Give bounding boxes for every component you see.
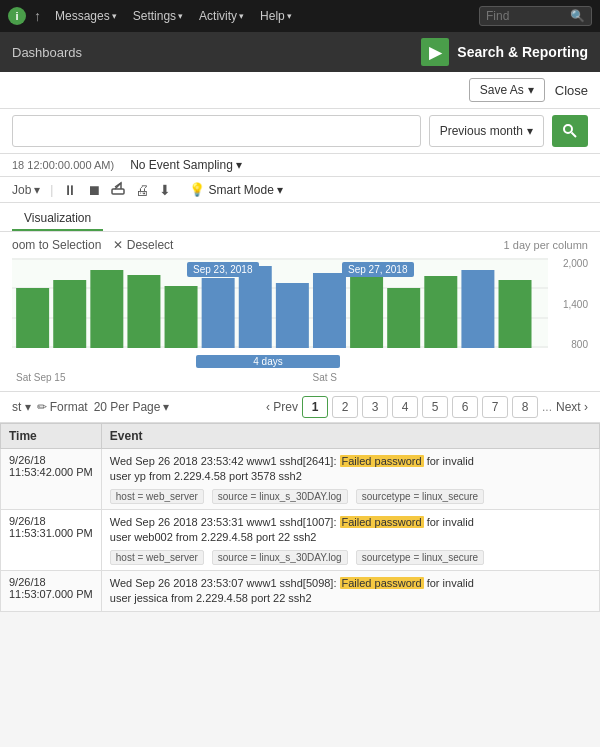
event-cell: Wed Sep 26 2018 23:53:31 www1 sshd[1007]… bbox=[101, 509, 599, 570]
y-label-bot: 800 bbox=[571, 339, 588, 350]
time-range-button[interactable]: Previous month ▾ bbox=[429, 115, 544, 147]
search-bar-row: Previous month ▾ bbox=[0, 109, 600, 154]
y-axis: 2,000 1,400 800 bbox=[552, 258, 588, 350]
settings-menu[interactable]: Settings ▾ bbox=[127, 5, 189, 27]
format-button[interactable]: ✏ Format bbox=[37, 400, 88, 414]
svg-rect-12 bbox=[127, 275, 160, 348]
prev-button[interactable]: ‹ Prev bbox=[266, 400, 298, 414]
app-header: ▶ Search & Reporting bbox=[421, 38, 588, 66]
search-go-button[interactable] bbox=[552, 115, 588, 147]
page-1-button[interactable]: 1 bbox=[302, 396, 328, 418]
search-input[interactable] bbox=[12, 115, 421, 147]
smart-mode-caret-icon: ▾ bbox=[277, 183, 283, 197]
page-dots: ... bbox=[542, 400, 552, 414]
meta-tag: source = linux_s_30DAY.log bbox=[212, 489, 348, 504]
time-cell: 9/26/1811:53:42.000 PM bbox=[1, 449, 102, 510]
visualization-tab[interactable]: Visualization bbox=[12, 207, 103, 231]
activity-caret: ▾ bbox=[239, 11, 244, 21]
meta-tag: host = web_server bbox=[110, 550, 204, 565]
page-8-button[interactable]: 8 bbox=[512, 396, 538, 418]
meta-tag: source = linux_s_30DAY.log bbox=[212, 550, 348, 565]
job-caret-icon: ▾ bbox=[34, 183, 40, 197]
deselect-button[interactable]: ✕ Deselect bbox=[113, 238, 173, 252]
help-menu[interactable]: Help ▾ bbox=[254, 5, 298, 27]
event-text: Wed Sep 26 2018 23:53:42 www1 sshd[2641]… bbox=[110, 454, 591, 485]
x-label-2: Sat S bbox=[313, 372, 337, 383]
find-search: 🔍 bbox=[479, 6, 592, 26]
event-cell: Wed Sep 26 2018 23:53:07 www1 sshd[5098]… bbox=[101, 570, 599, 612]
sampling-button[interactable]: No Event Sampling ▾ bbox=[130, 158, 242, 172]
page-5-button[interactable]: 5 bbox=[422, 396, 448, 418]
event-cell: Wed Sep 26 2018 23:53:42 www1 sshd[2641]… bbox=[101, 449, 599, 510]
search-go-icon bbox=[562, 123, 578, 139]
highlight: Failed password bbox=[340, 516, 424, 528]
selection-label-2: Sep 27, 2018 bbox=[342, 262, 414, 277]
results-table: Time Event 9/26/1811:53:42.000 PMWed Sep… bbox=[0, 423, 600, 612]
save-close-row: Save As ▾ Close bbox=[0, 72, 600, 109]
col-event-header: Event bbox=[101, 424, 599, 449]
chart-container: 2,000 1,400 800 bbox=[12, 258, 588, 368]
options-row: 18 12:00:00.000 AM) No Event Sampling ▾ bbox=[0, 154, 600, 177]
meta-tag: sourcetype = linux_secure bbox=[356, 489, 484, 504]
table-row: 9/26/1811:53:31.000 PMWed Sep 26 2018 23… bbox=[1, 509, 600, 570]
per-page-button[interactable]: 20 Per Page ▾ bbox=[94, 400, 170, 414]
time-range-caret-icon: ▾ bbox=[527, 124, 533, 138]
table-row: 9/26/1811:53:07.000 PMWed Sep 26 2018 23… bbox=[1, 570, 600, 612]
page-7-button[interactable]: 7 bbox=[482, 396, 508, 418]
smart-mode-button[interactable]: 💡 Smart Mode ▾ bbox=[189, 182, 282, 197]
page-3-button[interactable]: 3 bbox=[362, 396, 388, 418]
info-icon: i bbox=[8, 7, 26, 25]
share-button[interactable] bbox=[111, 181, 125, 198]
download-button[interactable]: ⬇ bbox=[159, 182, 171, 198]
x-label-1: Sat Sep 15 bbox=[16, 372, 65, 383]
job-bar: Job ▾ | ⏸ ⏹ 🖨 ⬇ 💡 Smart Mode ▾ bbox=[0, 177, 600, 203]
find-input[interactable] bbox=[486, 9, 566, 23]
find-icon: 🔍 bbox=[570, 9, 585, 23]
print-button[interactable]: 🖨 bbox=[135, 182, 149, 198]
table-row: 9/26/1811:53:42.000 PMWed Sep 26 2018 23… bbox=[1, 449, 600, 510]
day-per-column-label: 1 day per column bbox=[504, 239, 588, 251]
bar-chart-svg bbox=[12, 258, 548, 348]
save-caret-icon: ▾ bbox=[528, 83, 534, 97]
next-button[interactable]: Next › bbox=[556, 400, 588, 414]
job-button[interactable]: Job ▾ bbox=[12, 183, 40, 197]
close-button[interactable]: Close bbox=[555, 83, 588, 98]
stop-button[interactable]: ⏹ bbox=[87, 182, 101, 198]
messages-caret: ▾ bbox=[112, 11, 117, 21]
header-row: Dashboards ▶ Search & Reporting bbox=[0, 32, 600, 72]
page-2-button[interactable]: 2 bbox=[332, 396, 358, 418]
event-text: Wed Sep 26 2018 23:53:31 www1 sshd[1007]… bbox=[110, 515, 591, 546]
svg-rect-16 bbox=[276, 283, 309, 348]
page-6-button[interactable]: 6 bbox=[452, 396, 478, 418]
results-left: st ▾ ✏ Format 20 Per Page ▾ bbox=[12, 400, 169, 414]
svg-rect-14 bbox=[202, 278, 235, 348]
svg-rect-10 bbox=[53, 280, 86, 348]
selection-label-1: Sep 23, 2018 bbox=[187, 262, 259, 277]
viz-tab: Visualization bbox=[0, 203, 600, 232]
pagination: ‹ Prev 1 2 3 4 5 6 7 8 ... Next › bbox=[266, 396, 588, 418]
highlight: Failed password bbox=[340, 577, 424, 589]
meta-row: host = web_serversource = linux_s_30DAY.… bbox=[110, 489, 591, 504]
svg-point-0 bbox=[564, 125, 572, 133]
results-controls-spacer: st ▾ bbox=[12, 400, 31, 414]
job-divider: | bbox=[50, 183, 53, 197]
results-bar: st ▾ ✏ Format 20 Per Page ▾ ‹ Prev 1 2 3… bbox=[0, 392, 600, 423]
y-label-mid: 1,400 bbox=[563, 299, 588, 310]
dashboards-label[interactable]: Dashboards bbox=[12, 45, 82, 60]
col-time-header: Time bbox=[1, 424, 102, 449]
svg-rect-20 bbox=[424, 276, 457, 348]
page-4-button[interactable]: 4 bbox=[392, 396, 418, 418]
help-caret: ▾ bbox=[287, 11, 292, 21]
highlight: Failed password bbox=[340, 455, 424, 467]
activity-menu[interactable]: Activity ▾ bbox=[193, 5, 250, 27]
arrow-icon: ↑ bbox=[34, 8, 41, 24]
messages-menu[interactable]: Messages ▾ bbox=[49, 5, 123, 27]
save-as-button[interactable]: Save As ▾ bbox=[469, 78, 545, 102]
pause-button[interactable]: ⏸ bbox=[63, 182, 77, 198]
svg-rect-18 bbox=[350, 268, 383, 348]
zoom-to-selection-button[interactable]: oom to Selection bbox=[12, 238, 101, 252]
y-label-top: 2,000 bbox=[563, 258, 588, 269]
per-page-caret-icon: ▾ bbox=[163, 400, 169, 414]
svg-rect-17 bbox=[313, 273, 346, 348]
svg-rect-21 bbox=[461, 270, 494, 348]
